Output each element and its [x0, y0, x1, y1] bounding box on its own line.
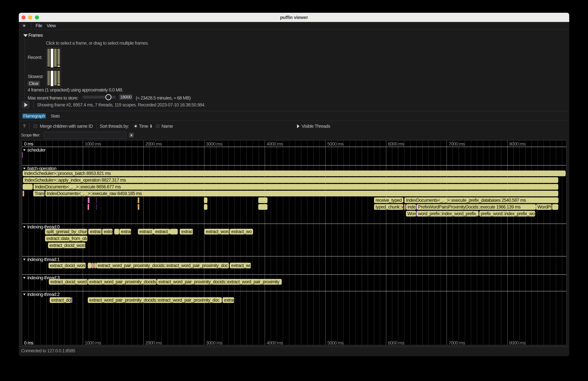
frame-bar[interactable] [57, 71, 60, 84]
thread-group-separator [22, 256, 566, 256]
flamegraph-scope-bar[interactable] [94, 263, 96, 268]
flamegraph-scope-bar[interactable] [416, 204, 417, 210]
scope-filter-input[interactable] [43, 132, 126, 139]
flamegraph-scope-bar[interactable] [204, 204, 208, 210]
thread-header-scheduler[interactable]: scheduler [23, 148, 45, 152]
flamegraph-scope-bar[interactable]: extract_word [204, 229, 230, 234]
flamegraph-scope-bar[interactable]: extract_wo [230, 229, 253, 234]
flamegraph-scope-bar[interactable]: extract_word_pair_proximity_docids::extr… [157, 279, 282, 285]
flamegraph-scope-bar[interactable]: extract_doc [50, 297, 71, 303]
flamegraph-scope-bar[interactable]: receive_typed_ [374, 197, 403, 203]
flamegraph-scope-bar[interactable] [22, 152, 23, 158]
flamegraph-scope-bar[interactable] [88, 229, 88, 234]
flamegraph-scope-bar[interactable]: WordPr [536, 204, 552, 210]
thread-header-indexing-thread:2[interactable]: indexing-thread:2 [23, 292, 60, 297]
flamegraph-scope-bar[interactable] [97, 197, 97, 203]
thread-header-batch-operation[interactable]: batch-operation [23, 166, 56, 171]
flamegraph-scope-bar[interactable]: IndexDocuments<_, _>::execute 8656.677 m… [33, 184, 558, 190]
max-frames-label: Max recent frames to store: [28, 96, 78, 101]
frame-bar-selected[interactable] [51, 71, 53, 86]
flamegraph-scope-bar[interactable] [89, 197, 90, 203]
flamegraph-scope-bar[interactable]: prefix_word::index_prefix_wo [479, 211, 535, 216]
flamegraph-scope-bar[interactable]: Word [406, 211, 416, 216]
flamegraph-scope-bar[interactable] [23, 184, 33, 190]
storage-info: 4 frames (1 unpacked) using approximatel… [28, 87, 123, 92]
max-frames-slider-knob[interactable] [105, 94, 111, 100]
flamegraph-scope-bar[interactable] [114, 229, 119, 234]
frames-collapse-triangle[interactable] [23, 34, 28, 37]
clear-filter-button[interactable]: x [129, 133, 134, 138]
flamegraph-scope-bar[interactable]: extract_ [138, 229, 154, 234]
flamegraph-scope-bar[interactable]: split_grenad_by_chun [45, 229, 87, 234]
menu-view[interactable]: View [47, 22, 56, 30]
visible-threads-triangle[interactable] [297, 124, 299, 128]
flamegraph-scope-bar[interactable]: extract [88, 229, 102, 234]
flamegraph-scope-bar[interactable] [88, 204, 89, 210]
flamegraph-scope-bar[interactable] [23, 191, 24, 196]
flamegraph-scope-bar[interactable]: extract_word_pair_proximity_docids [88, 279, 157, 285]
sort-direction-icon[interactable]: ⬇ [149, 124, 153, 129]
flamegraph-scope-bar[interactable]: extract_wo [230, 263, 251, 268]
flamegraph-scope-bar[interactable]: extrac [120, 229, 131, 234]
visible-threads-label[interactable]: Visible Threads [302, 124, 330, 129]
flamegraph-scope-bar[interactable]: extract_word_pair_proximity_docids::extr… [88, 297, 222, 303]
flamegraph-scope-bar[interactable]: extract_docid_word [48, 263, 86, 268]
frame-bar[interactable] [47, 49, 50, 67]
flamegraph-scope-bar[interactable]: extract::data_from_ob [45, 236, 87, 241]
flamegraph-scope-bar[interactable] [170, 229, 178, 234]
flamegraph-scope-bar[interactable] [416, 211, 417, 216]
frame-bar[interactable] [54, 49, 57, 67]
clear-button[interactable]: Clear [27, 81, 40, 86]
flamegraph-scope-bar[interactable] [204, 197, 208, 203]
flamegraph-scope-bar[interactable]: extract_docid_word [48, 243, 86, 248]
flamegraph-scope-bar[interactable] [258, 204, 267, 210]
thread-header-indexing-thread:0[interactable]: indexing-thread:0 [23, 225, 60, 229]
flamegraph-scope-bar[interactable]: extract [180, 229, 193, 234]
sort-name-radio[interactable] [156, 124, 160, 128]
frame-bar-selected[interactable] [51, 49, 53, 67]
frames-header[interactable]: Frames [28, 33, 43, 38]
flamegraph-scope-bar[interactable] [404, 204, 405, 210]
tab-stats[interactable]: Stats [48, 113, 62, 119]
flamegraph-scope-bar[interactable]: IndexDocuments<_, _>::execute_prefix_dat… [404, 197, 558, 203]
slowest-frames-thumbnail[interactable] [46, 69, 61, 87]
max-frames-value[interactable]: 18000 [119, 94, 133, 100]
flamegraph-canvas[interactable]: 0 ms0 ms1000 ms1000 ms2000 ms2000 ms3000… [22, 140, 567, 345]
merge-checkbox[interactable] [34, 124, 37, 128]
frame-bar[interactable] [54, 71, 57, 85]
flamegraph-scope-bar[interactable]: Trans [33, 191, 45, 196]
flamegraph-scope-bar[interactable]: word_prefix::index_word_prefix_ [417, 211, 479, 216]
tab-flamegraph[interactable]: Flamegraph [22, 113, 46, 119]
flamegraph-scope-bar[interactable]: extra [102, 229, 113, 234]
flamegraph-scope-bar[interactable]: IndexDocuments<_, _>::execute_raw 8459.1… [45, 191, 558, 196]
flamegraph-scope-bar[interactable]: index [406, 204, 416, 210]
flamegraph-scope-bar[interactable] [96, 204, 97, 210]
flamegraph-scope-bar[interactable]: extrac [223, 297, 234, 303]
play-button[interactable] [22, 101, 30, 109]
theme-toggle-icon[interactable]: ☀ [22, 22, 26, 30]
flamegraph-scope-bar[interactable] [138, 204, 139, 210]
sort-time-label[interactable]: Time [139, 124, 148, 129]
flamegraph-scope-bar[interactable]: IndexScheduler>::process_batch 8953.821 … [23, 170, 566, 176]
flamegraph-scope-bar[interactable]: extract_docid_word [49, 279, 88, 285]
sort-time-radio[interactable] [134, 124, 138, 128]
flamegraph-scope-bar[interactable] [258, 197, 267, 203]
flamegraph-scope-bar[interactable]: extract_word_pair_proximity_docids::extr… [96, 263, 229, 268]
flamegraph-scope-bar[interactable] [88, 263, 91, 268]
flamegraph-scope-bar[interactable]: PrefixWordPairsProximityDocids::execute … [417, 204, 536, 210]
thread-header-indexing-thread:1[interactable]: indexing-thread:1 [23, 257, 60, 262]
flamegraph-scope-bar[interactable]: typed_chunk::w [374, 204, 403, 210]
flamegraph-scope-bar[interactable]: extract_ [154, 229, 170, 234]
frame-bar[interactable] [47, 71, 50, 85]
frame-bar[interactable] [57, 49, 60, 65]
sort-name-label[interactable]: Name [161, 124, 173, 129]
recent-frames-thumbnail[interactable] [46, 47, 61, 68]
help-button[interactable]: ? [23, 124, 25, 129]
flamegraph-scope-bar[interactable]: IndexScheduler>::apply_index_operation 8… [23, 177, 558, 183]
flamegraph-scope-bar[interactable] [138, 197, 139, 203]
menu-file[interactable]: File [36, 22, 42, 30]
flamegraph-scope-bar[interactable] [71, 297, 72, 303]
flamegraph-scope-bar[interactable] [91, 263, 94, 268]
flamegraph-scope-bar[interactable] [552, 204, 558, 210]
flamegraph-scope-bar[interactable] [406, 204, 406, 210]
